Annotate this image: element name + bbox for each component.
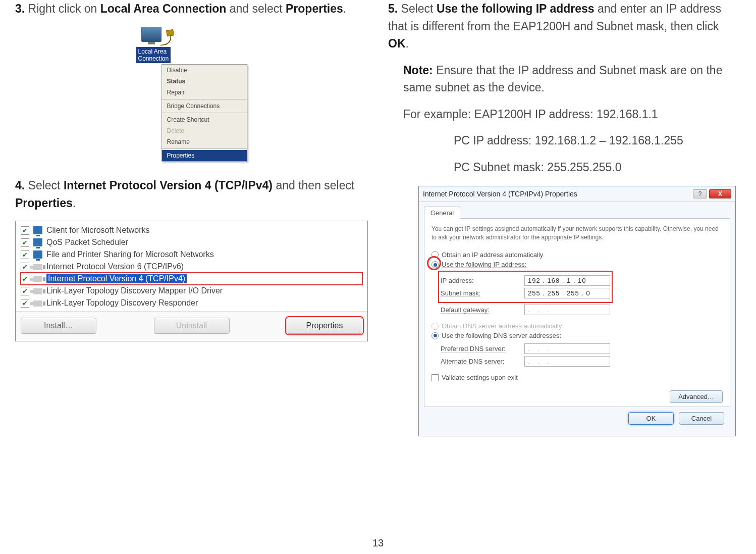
dialog-description: You can get IP settings assigned automat…	[431, 225, 723, 242]
checkbox-icon[interactable]: ✔	[21, 250, 29, 259]
local-area-connection-label: Local Area Connection	[136, 47, 171, 64]
subnet-mask-label: Subnet mask:	[441, 289, 516, 297]
step4-text: 4. Select Internet Protocol Version 4 (T…	[15, 177, 368, 212]
highlight-circle	[427, 256, 441, 270]
step4-num: 4.	[15, 179, 25, 192]
uninstall-button: Uninstall	[154, 318, 230, 334]
alternate-dns-field[interactable]: . . .	[524, 356, 610, 367]
checkbox-icon[interactable]: ✔	[21, 263, 29, 271]
step3-num: 3.	[15, 2, 25, 15]
radio-icon	[431, 323, 439, 330]
note-text: Note: Ensure that the IP address and Sub…	[388, 62, 741, 96]
ctx-repair[interactable]: Repair	[162, 87, 247, 98]
conn-item[interactable]: ✔ Link-Layer Topology Discovery Responde…	[21, 297, 362, 309]
separator	[162, 99, 247, 99]
checkbox-icon[interactable]	[431, 374, 439, 381]
page-number: 13	[372, 537, 384, 549]
preferred-dns-label: Preferred DNS server:	[441, 345, 516, 352]
figure-ipv4-properties-dialog: Internet Protocol Version 4 (TCP/IPv4) P…	[418, 186, 736, 436]
conn-item[interactable]: ✔ Link-Layer Topology Discovery Mapper I…	[21, 285, 362, 297]
default-gateway-field[interactable]: . . .	[524, 305, 610, 315]
preferred-dns-field[interactable]: . . .	[524, 343, 610, 354]
ctx-properties[interactable]: Properties	[162, 150, 247, 161]
example-line: For example: EAP1200H IP address: 192.16…	[388, 106, 741, 123]
checkbox-icon[interactable]: ✔	[21, 275, 29, 283]
conn-item[interactable]: ✔ Internet Protocol Version 6 (TCP/IPv6)	[21, 261, 362, 273]
radio-obtain-dns-auto: Obtain DNS server address automatically	[431, 322, 723, 330]
separator	[162, 113, 247, 113]
ctx-disable[interactable]: Disable	[162, 65, 247, 76]
tab-general[interactable]: General	[424, 207, 460, 219]
step5-num: 5.	[388, 2, 398, 15]
protocol-icon	[33, 300, 42, 307]
network-service-icon	[33, 238, 42, 246]
ctx-delete: Delete	[162, 125, 247, 136]
step5-text: 5. Select Use the following IP address a…	[388, 0, 741, 53]
figure-local-area-connection: Local Area Connection Disable Status Rep…	[15, 27, 368, 162]
conn-item[interactable]: ✔ Client for Microsoft Networks	[21, 224, 362, 236]
protocol-icon	[33, 288, 42, 294]
ctx-rename[interactable]: Rename	[162, 136, 247, 147]
checkbox-icon[interactable]: ✔	[21, 287, 29, 295]
dialog-title: Internet Protocol Version 4 (TCP/IPv4) P…	[423, 190, 577, 198]
ctx-status[interactable]: Status	[162, 76, 247, 87]
step3-text: 3. Right click on Local Area Connection …	[15, 0, 368, 18]
help-icon[interactable]: ?	[693, 189, 707, 198]
figure-connection-items: ✔ Client for Microsoft Networks ✔ QoS Pa…	[15, 221, 368, 341]
radio-use-following-dns[interactable]: Use the following DNS server addresses:	[431, 332, 723, 339]
separator	[162, 148, 247, 149]
install-button[interactable]: Install…	[21, 318, 96, 334]
radio-obtain-ip-auto[interactable]: Obtain an IP address automatically	[431, 251, 723, 259]
validate-checkbox-row[interactable]: Validate settings upon exit	[431, 374, 723, 381]
ip-fields-highlight: IP address: 192 . 168 . 1 . 10 Subnet ma…	[439, 271, 612, 303]
conn-item-ipv4-highlighted[interactable]: ✔ Internet Protocol Version 4 (TCP/IPv4)	[21, 273, 362, 285]
ip-address-field[interactable]: 192 . 168 . 1 . 10	[524, 275, 610, 286]
alternate-dns-label: Alternate DNS server:	[441, 358, 516, 365]
checkbox-icon[interactable]: ✔	[21, 299, 29, 308]
protocol-icon	[33, 264, 42, 270]
pc-subnet-line: PC Subnet mask: 255.255.255.0	[388, 159, 741, 176]
radio-icon[interactable]	[431, 332, 439, 339]
network-service-icon	[33, 250, 42, 259]
conn-item[interactable]: ✔ QoS Packet Scheduler	[21, 236, 362, 248]
radio-use-following-ip[interactable]: Use the following IP address:	[431, 261, 723, 269]
pc-ip-line: PC IP address: 192.168.1.2 – 192.168.1.2…	[388, 132, 741, 149]
default-gateway-label: Default gateway:	[441, 306, 516, 314]
cancel-button[interactable]: Cancel	[679, 412, 724, 425]
conn-item[interactable]: ✔ File and Printer Sharing for Microsoft…	[21, 248, 362, 261]
ip-address-label: IP address:	[441, 277, 516, 284]
context-menu: Disable Status Repair Bridge Connections…	[161, 64, 247, 162]
network-client-icon	[33, 226, 42, 234]
local-area-connection-icon	[141, 27, 161, 42]
ok-button[interactable]: OK	[628, 412, 674, 425]
ctx-bridge[interactable]: Bridge Connections	[162, 100, 247, 112]
protocol-icon	[33, 276, 42, 282]
checkbox-icon[interactable]: ✔	[21, 238, 29, 247]
ctx-shortcut[interactable]: Create Shortcut	[162, 114, 247, 125]
close-icon[interactable]: X	[709, 189, 731, 198]
checkbox-icon[interactable]: ✔	[21, 226, 29, 235]
advanced-button[interactable]: Advanced…	[670, 390, 723, 403]
properties-button[interactable]: Properties	[287, 318, 362, 334]
subnet-mask-field[interactable]: 255 . 255 . 255 . 0	[524, 288, 610, 298]
